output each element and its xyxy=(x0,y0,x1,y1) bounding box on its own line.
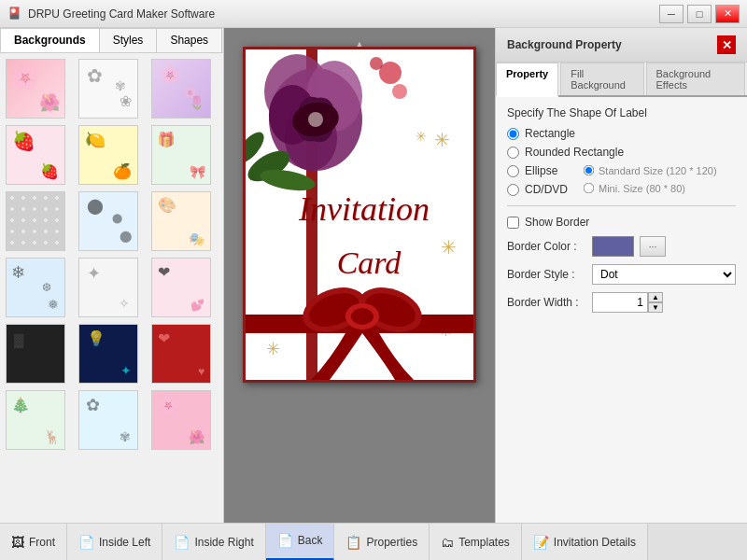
size-mini-option: Mini. Size (80 * 80) xyxy=(583,182,717,194)
list-item[interactable]: ▓ xyxy=(4,322,67,385)
size-standard-radio[interactable] xyxy=(584,165,595,176)
show-border-checkbox[interactable] xyxy=(507,217,519,229)
shape-cddvd-label: CD/DVD xyxy=(525,183,568,196)
shape-cddvd-row: CD/DVD xyxy=(507,183,568,196)
size-mini-label: Mini. Size (80 * 80) xyxy=(599,183,685,194)
bottom-tab-properties-label: Properties xyxy=(366,536,417,549)
border-width-spinner: ▲ ▼ xyxy=(648,292,663,313)
border-width-input[interactable] xyxy=(592,292,648,313)
invitation-details-icon: 📝 xyxy=(533,535,549,550)
app-title: DRPU Greeting Card Maker Software xyxy=(28,7,659,21)
list-item[interactable]: 🎁 🎀 xyxy=(149,123,213,187)
show-border-label: Show Border xyxy=(525,216,589,229)
list-item[interactable]: 🌸 🌺 xyxy=(4,57,67,120)
list-item[interactable]: 🌸 🌺 xyxy=(149,388,213,452)
border-color-row: Border Color : ··· xyxy=(507,236,736,257)
svg-point-21 xyxy=(351,308,374,325)
list-item[interactable]: ✦ ✧ xyxy=(77,256,140,319)
tab-background-effects[interactable]: Background Effects xyxy=(646,63,745,95)
tab-backgrounds[interactable]: Backgrounds xyxy=(0,28,100,52)
bottom-tab-inside-left-label: Inside Left xyxy=(99,536,150,549)
list-item[interactable]: 🎄 🦌 xyxy=(4,388,67,452)
list-item[interactable]: 🍓 🍓 xyxy=(4,123,67,187)
shape-rounded-radio[interactable] xyxy=(507,147,519,159)
right-panel-content: Specify The Shape Of Label Rectangle Rou… xyxy=(496,97,747,523)
shape-rectangle-radio[interactable] xyxy=(507,128,519,140)
bottom-tab-invitation-details[interactable]: 📝 Invitation Details xyxy=(522,524,648,561)
tab-shapes[interactable]: Shapes xyxy=(156,28,222,52)
size-standard-option: Standard Size (120 * 120) xyxy=(583,164,717,176)
shape-rounded-label: Rounded Rectangle xyxy=(525,146,624,159)
bottom-tab-properties[interactable]: 📋 Properties xyxy=(334,524,430,561)
tab-property[interactable]: Property xyxy=(496,63,558,97)
bottom-tab-front-label: Front xyxy=(29,536,55,549)
border-color-browse-button[interactable]: ··· xyxy=(640,236,666,257)
inside-left-icon: 📄 xyxy=(78,535,94,550)
bottom-tab-invitation-details-label: Invitation Details xyxy=(554,536,636,549)
canvas-area: ▲ xyxy=(224,28,495,523)
border-width-row: Border Width : ▲ ▼ xyxy=(507,292,736,313)
minimize-button[interactable]: ─ xyxy=(659,5,684,23)
bottom-tab-inside-right[interactable]: 📄 Inside Right xyxy=(162,524,265,561)
shape-section-label: Specify The Shape Of Label xyxy=(507,106,736,119)
templates-icon: 🗂 xyxy=(441,535,454,550)
list-item[interactable]: 💡 ✦ xyxy=(77,322,140,385)
show-border-row: Show Border xyxy=(507,216,736,229)
bottom-tab-inside-right-label: Inside Right xyxy=(194,536,253,549)
shape-ellipse-row: Ellipse xyxy=(507,164,568,177)
list-item[interactable]: 🌸 🌷 🌸 xyxy=(149,57,213,120)
list-item[interactable]: ❤ ♥ xyxy=(149,322,213,385)
svg-point-14 xyxy=(308,112,323,127)
bottom-tab-inside-left[interactable]: 📄 Inside Left xyxy=(67,524,162,561)
tab-fill-background[interactable]: Fill Background xyxy=(560,63,643,95)
shape-rectangle-label: Rectangle xyxy=(525,127,575,140)
app-icon: 🎴 xyxy=(7,7,22,21)
properties-icon: 📋 xyxy=(345,535,361,550)
bottom-tab-templates-label: Templates xyxy=(458,536,510,549)
bottom-tab-front[interactable]: 🖼 Front xyxy=(0,524,67,561)
bottom-bar: 🖼 Front 📄 Inside Left 📄 Inside Right 📄 B… xyxy=(0,523,747,560)
border-style-label: Border Style : xyxy=(507,268,586,281)
shape-rectangle-row: Rectangle xyxy=(507,127,736,140)
shape-cddvd-radio[interactable] xyxy=(507,184,519,196)
back-icon: 📄 xyxy=(277,533,293,548)
maximize-button[interactable]: □ xyxy=(687,5,712,23)
list-item[interactable]: ⬤ ⬤ ⬤ xyxy=(77,189,140,253)
front-icon: 🖼 xyxy=(11,535,24,550)
list-item[interactable]: ✿ ❀ ✾ xyxy=(77,57,140,120)
close-button[interactable]: ✕ xyxy=(715,5,740,23)
shape-ellipse-radio[interactable] xyxy=(507,165,519,177)
bottom-tab-back-label: Back xyxy=(298,534,323,547)
list-item[interactable] xyxy=(4,189,67,253)
list-item[interactable]: ❤ 💕 xyxy=(149,256,213,319)
left-tab-bar: Backgrounds Styles Shapes xyxy=(0,28,223,53)
shape-rounded-row: Rounded Rectangle xyxy=(507,146,736,159)
size-mini-radio[interactable] xyxy=(584,183,595,194)
list-item[interactable]: 🎨 🎭 xyxy=(149,189,213,253)
list-item[interactable]: 🍋 🍊 xyxy=(77,123,140,187)
tab-styles[interactable]: Styles xyxy=(99,28,158,52)
card-text-card: Card xyxy=(274,245,464,281)
border-color-label: Border Color : xyxy=(507,240,586,253)
list-item[interactable]: ✿ ✾ xyxy=(77,388,140,452)
border-style-row: Border Style : Solid Dash Dot DashDot Da… xyxy=(507,264,736,285)
border-color-swatch[interactable] xyxy=(592,236,634,257)
card-preview: ✳ ✳ ✳ ✳ ✳ Invitation Card xyxy=(243,47,476,383)
border-style-select[interactable]: Solid Dash Dot DashDot DashDotDot xyxy=(592,264,736,285)
list-item[interactable]: ❄ ❅ ❆ xyxy=(4,256,67,319)
border-width-label: Border Width : xyxy=(507,296,586,309)
card-text-invitation: Invitation xyxy=(264,189,464,229)
background-grid: 🌸 🌺 ✿ ❀ ✾ 🌸 🌷 🌸 xyxy=(4,57,219,452)
border-width-down-button[interactable]: ▼ xyxy=(648,302,663,313)
svg-point-12 xyxy=(392,84,407,99)
border-width-up-button[interactable]: ▲ xyxy=(648,292,663,302)
left-panel: Backgrounds Styles Shapes 🌸 🌺 ✿ ❀ ✾ xyxy=(0,28,224,523)
bottom-tab-templates[interactable]: 🗂 Templates xyxy=(430,524,522,561)
deco-1: ✳ xyxy=(434,129,450,151)
right-panel: Background Property ✕ Property Fill Back… xyxy=(495,28,747,523)
shape-ellipse-label: Ellipse xyxy=(525,164,557,177)
right-panel-close-button[interactable]: ✕ xyxy=(717,35,736,54)
border-width-input-wrap: ▲ ▼ xyxy=(592,292,663,313)
divider-1 xyxy=(507,205,736,206)
bottom-tab-back[interactable]: 📄 Back xyxy=(266,524,335,561)
